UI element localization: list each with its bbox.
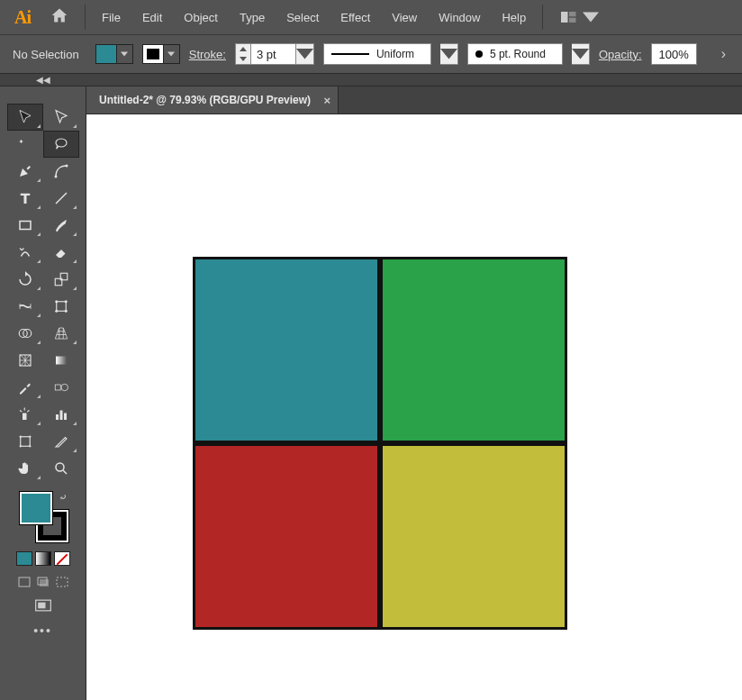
line-segment-tool[interactable] — [44, 186, 78, 211]
curvature-tool[interactable] — [44, 159, 78, 184]
brush-dropdown[interactable] — [572, 43, 590, 65]
menu-effect[interactable]: Effect — [331, 5, 379, 30]
color-mode-solid[interactable] — [16, 551, 32, 566]
toolbox-collapse-handle[interactable]: ◀◀ — [0, 74, 86, 86]
svg-rect-19 — [23, 414, 27, 421]
canvas[interactable] — [86, 114, 742, 700]
mesh-tool[interactable] — [8, 348, 42, 373]
stroke-weight-dropdown[interactable] — [296, 43, 314, 65]
menu-edit[interactable]: Edit — [133, 5, 171, 30]
menu-file[interactable]: File — [93, 5, 130, 30]
color-mode-gradient[interactable] — [35, 551, 51, 566]
svg-point-3 — [54, 176, 57, 178]
spinner-up-icon[interactable] — [236, 44, 250, 54]
eraser-tool[interactable] — [44, 240, 78, 265]
svg-rect-28 — [57, 577, 68, 586]
svg-point-10 — [64, 300, 67, 303]
menu-type[interactable]: Type — [231, 5, 274, 30]
selection-tool[interactable] — [8, 105, 42, 130]
color-mode-none[interactable] — [54, 551, 70, 566]
menu-view[interactable]: View — [383, 5, 426, 30]
selection-status: No Selection — [13, 48, 79, 61]
spinner-down-icon[interactable] — [236, 54, 250, 64]
tab-close-icon[interactable]: × — [324, 94, 331, 107]
brush-definition[interactable]: 5 pt. Round — [467, 43, 563, 65]
svg-point-4 — [65, 165, 68, 168]
svg-rect-22 — [64, 414, 67, 421]
slice-tool[interactable] — [44, 429, 78, 454]
profile-label: Uniform — [376, 48, 414, 60]
svg-point-18 — [61, 384, 68, 391]
scale-tool[interactable] — [44, 267, 78, 292]
swap-fill-stroke-icon[interactable]: ⤾ — [59, 492, 67, 502]
svg-point-12 — [64, 310, 67, 313]
free-transform-tool[interactable] — [44, 294, 78, 319]
separator — [542, 5, 543, 30]
edit-toolbar-button[interactable]: ••• — [33, 623, 52, 638]
rect-top-left[interactable] — [193, 257, 380, 443]
type-tool[interactable] — [8, 186, 42, 211]
opacity-label[interactable]: Opacity: — [599, 48, 642, 61]
fill-dropdown[interactable] — [117, 44, 133, 64]
stroke-label[interactable]: Stroke: — [189, 48, 226, 61]
svg-rect-0 — [561, 12, 568, 23]
svg-point-9 — [55, 300, 58, 303]
stroke-swatch[interactable] — [142, 44, 164, 64]
paintbrush-tool[interactable] — [44, 213, 78, 238]
menu-object[interactable]: Object — [175, 5, 227, 30]
rect-top-right[interactable] — [380, 257, 567, 443]
svg-rect-1 — [569, 12, 576, 16]
screen-mode-button[interactable] — [34, 598, 52, 613]
fill-stroke-panel: ⤾ — [16, 492, 70, 542]
lasso-tool[interactable] — [44, 132, 78, 157]
rotate-tool[interactable] — [8, 267, 42, 292]
shape-builder-tool[interactable] — [8, 321, 42, 346]
symbol-sprayer-tool[interactable] — [8, 402, 42, 427]
gradient-tool[interactable] — [44, 348, 78, 373]
perspective-grid-tool[interactable] — [44, 321, 78, 346]
toolbox-fill-swatch[interactable] — [20, 492, 52, 524]
toolbox: ⤾ ••• — [0, 86, 86, 700]
variable-width-profile[interactable]: Uniform — [323, 43, 431, 65]
hand-tool[interactable] — [8, 456, 42, 481]
rectangle-tool[interactable] — [8, 213, 42, 238]
magic-wand-tool[interactable] — [8, 132, 42, 157]
document-tab[interactable]: Untitled-2* @ 79.93% (RGB/GPU Preview) × — [86, 86, 339, 114]
stroke-dropdown[interactable] — [164, 44, 180, 64]
menu-select[interactable]: Select — [277, 5, 328, 30]
pen-tool[interactable] — [8, 159, 42, 184]
artwork-group — [193, 257, 567, 630]
fill-swatch[interactable] — [95, 44, 117, 64]
separator — [85, 5, 86, 30]
direct-selection-tool[interactable] — [44, 105, 78, 130]
width-tool[interactable] — [8, 294, 42, 319]
svg-rect-23 — [20, 437, 30, 447]
column-graph-tool[interactable] — [44, 402, 78, 427]
eyedropper-tool[interactable] — [8, 375, 42, 400]
draw-modes — [16, 575, 70, 589]
menu-help[interactable]: Help — [493, 5, 535, 30]
artboard-tool[interactable] — [8, 429, 42, 454]
stroke-weight-spinner[interactable] — [235, 43, 251, 65]
profile-dropdown[interactable] — [440, 43, 458, 65]
rect-bottom-right[interactable] — [380, 443, 567, 630]
svg-rect-2 — [569, 18, 576, 23]
menu-bar: Ai File Edit Object Type Select Effect V… — [0, 0, 742, 34]
controlbar-next-icon[interactable]: › — [718, 46, 729, 62]
stroke-weight-value[interactable]: 3 pt — [251, 43, 296, 65]
shaper-tool[interactable] — [8, 240, 42, 265]
main-area: ⤾ ••• Untitled-2* @ 79.93% (RGB/GPU Prev… — [0, 86, 742, 700]
draw-behind-icon[interactable] — [35, 575, 51, 589]
draw-inside-icon[interactable] — [54, 575, 70, 589]
zoom-tool[interactable] — [44, 456, 78, 481]
blend-tool[interactable] — [44, 375, 78, 400]
workspace-switcher[interactable] — [561, 12, 599, 23]
draw-normal-icon[interactable] — [16, 575, 32, 589]
menu-window[interactable]: Window — [430, 5, 489, 30]
rect-bottom-left[interactable] — [193, 443, 380, 630]
opacity-value[interactable]: 100% — [651, 43, 697, 65]
home-button[interactable] — [41, 6, 77, 28]
svg-point-11 — [55, 310, 58, 313]
document-tab-bar: Untitled-2* @ 79.93% (RGB/GPU Preview) × — [86, 86, 742, 114]
svg-rect-20 — [56, 414, 59, 420]
